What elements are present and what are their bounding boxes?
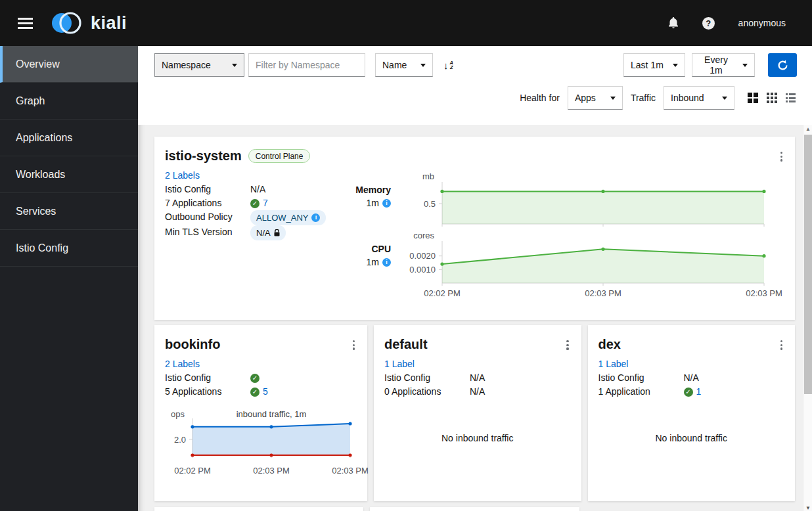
istio-config-label: Istio Config <box>598 371 684 385</box>
labels-link[interactable]: 1 Label <box>384 357 571 371</box>
applications-value: N/A <box>470 385 571 399</box>
sort-order-button[interactable]: ↓ AZ <box>443 60 453 71</box>
expand-view-button[interactable] <box>746 91 759 104</box>
outbound-policy-pill[interactable]: ALLOW_ANY i <box>250 210 326 225</box>
applications-count-link[interactable]: 5 <box>263 385 268 399</box>
chevron-down-icon <box>742 64 748 67</box>
memory-duration: 1m <box>367 198 379 208</box>
istio-config-value: N/A <box>250 183 330 196</box>
chart-x-axis: 02:02 PM 02:03 PM 02:03 PM <box>192 466 350 478</box>
kiali-logo[interactable]: kiali <box>50 10 127 36</box>
svg-text:ops: ops <box>171 409 185 419</box>
namespace-title: istio-system <box>165 148 242 164</box>
health-for-select[interactable]: Apps <box>568 86 623 110</box>
svg-text:2.0: 2.0 <box>174 435 186 445</box>
card-actions-kebab[interactable] <box>778 150 784 164</box>
info-icon[interactable]: i <box>382 258 391 267</box>
scroll-up-arrow[interactable]: ▲ <box>803 126 812 132</box>
labels-link[interactable]: 2 Labels <box>165 169 200 183</box>
namespace-filter-input[interactable] <box>248 53 365 77</box>
memory-sparkline-chart: mb0.5 <box>391 171 772 227</box>
duration-select[interactable]: Last 1m <box>623 53 685 77</box>
list-icon <box>786 93 796 102</box>
menu-icon <box>18 18 33 20</box>
applications-label: 1 Application <box>598 385 684 399</box>
user-menu[interactable]: anonymous <box>738 18 786 28</box>
namespace-card-partial <box>370 507 579 511</box>
applications-count-link[interactable]: 1 <box>696 385 702 399</box>
namespace-card-partial <box>154 507 363 511</box>
chart-x-axis: 02:02 PM 02:03 PM 02:03 PM <box>442 288 764 300</box>
card-actions-kebab[interactable] <box>778 338 784 352</box>
sidebar-item-services[interactable]: Services <box>0 193 138 230</box>
labels-link[interactable]: 2 Labels <box>165 357 357 371</box>
namespace-title: bookinfo <box>165 337 220 352</box>
lock-icon <box>274 229 280 236</box>
sidebar-item-applications[interactable]: Applications <box>0 120 138 156</box>
applications-label: 7 Applications <box>165 196 250 210</box>
applications-label: 0 Applications <box>384 385 470 399</box>
overview-toolbar: Namespace Name ↓ AZ Last 1m <box>138 46 812 125</box>
istio-config-value: N/A <box>684 371 785 385</box>
memory-metric-label: Memory <box>355 185 391 195</box>
chevron-down-icon <box>673 64 678 67</box>
scrollbar-thumb[interactable] <box>804 135 812 394</box>
health-for-label: Health for <box>520 93 560 103</box>
health-check-icon: ✓ <box>250 388 259 397</box>
sidebar-item-graph[interactable]: Graph <box>0 83 138 120</box>
info-icon[interactable]: i <box>311 213 320 222</box>
vertical-scrollbar: ▲ ▼ <box>803 125 812 511</box>
svg-text:0.5: 0.5 <box>424 199 436 209</box>
sidebar-item-istio-config[interactable]: Istio Config <box>0 230 138 267</box>
sidebar: Overview Graph Applications Workloads Se… <box>0 46 138 511</box>
cpu-metric-label: CPU <box>371 244 391 254</box>
no-traffic-message: No inbound traffic <box>598 433 785 443</box>
labels-link[interactable]: 1 Label <box>598 357 785 371</box>
notifications-button[interactable] <box>668 17 679 29</box>
scroll-down-arrow[interactable]: ▼ <box>803 505 812 511</box>
min-tls-pill[interactable]: N/A <box>250 225 286 240</box>
brand-name: kiali <box>91 13 127 33</box>
namespace-card-bookinfo: bookinfo 2 Labels Istio Config ✓ 5 Appli… <box>154 325 367 501</box>
help-button[interactable]: ? <box>702 17 715 30</box>
min-tls-label: Min TLS Version <box>165 225 250 240</box>
grid-small-icon <box>767 93 777 103</box>
sidebar-item-overview[interactable]: Overview <box>0 46 138 83</box>
question-icon: ? <box>702 17 715 30</box>
info-icon[interactable]: i <box>382 199 391 208</box>
svg-text:0.0010: 0.0010 <box>409 265 436 275</box>
refresh-interval-select[interactable]: Every 1m <box>692 53 755 77</box>
filter-type-select[interactable]: Namespace <box>154 53 244 77</box>
no-traffic-message: No inbound traffic <box>384 433 571 443</box>
applications-count-link[interactable]: 7 <box>263 196 268 210</box>
traffic-label: Traffic <box>631 93 656 103</box>
traffic-direction-select[interactable]: Inbound <box>664 86 734 110</box>
card-actions-kebab[interactable] <box>351 338 357 352</box>
chevron-down-icon <box>420 64 426 67</box>
nav-toggle-button[interactable] <box>16 14 34 33</box>
control-plane-badge: Control Plane <box>248 149 311 163</box>
kiali-app: kiali ? anonymous Overview Graph Applica… <box>0 0 812 511</box>
compact-view-button[interactable] <box>765 91 778 104</box>
cpu-sparkline-chart: cores0.00200.0010 <box>391 231 772 286</box>
chevron-down-icon <box>610 97 616 100</box>
namespace-card-default: default 1 Label Istio Config N/A 0 Appli… <box>374 325 581 501</box>
outbound-policy-label: Outbound Policy <box>165 210 250 225</box>
view-toggle-group <box>746 91 797 104</box>
sort-field-select[interactable]: Name <box>375 53 433 77</box>
kiali-logo-icon <box>50 10 87 36</box>
inbound-traffic-sparkline-chart: opsinbound traffic, 1m2.0 <box>165 409 357 460</box>
list-view-button[interactable] <box>784 92 797 104</box>
cpu-duration: 1m <box>367 257 379 267</box>
svg-text:inbound traffic, 1m: inbound traffic, 1m <box>237 409 307 419</box>
card-actions-kebab[interactable] <box>564 338 570 352</box>
health-check-icon: ✓ <box>684 388 693 397</box>
chevron-down-icon <box>722 97 727 100</box>
namespace-title: default <box>384 337 428 352</box>
svg-text:mb: mb <box>422 171 434 181</box>
sidebar-item-workloads[interactable]: Workloads <box>0 156 138 193</box>
namespace-card-istio-system: istio-system Control Plane 2 Labels Isti… <box>154 137 795 320</box>
masthead-actions: ? anonymous <box>668 17 786 30</box>
refresh-button[interactable] <box>768 53 797 77</box>
sort-alpha-down-icon: ↓ <box>443 60 449 71</box>
